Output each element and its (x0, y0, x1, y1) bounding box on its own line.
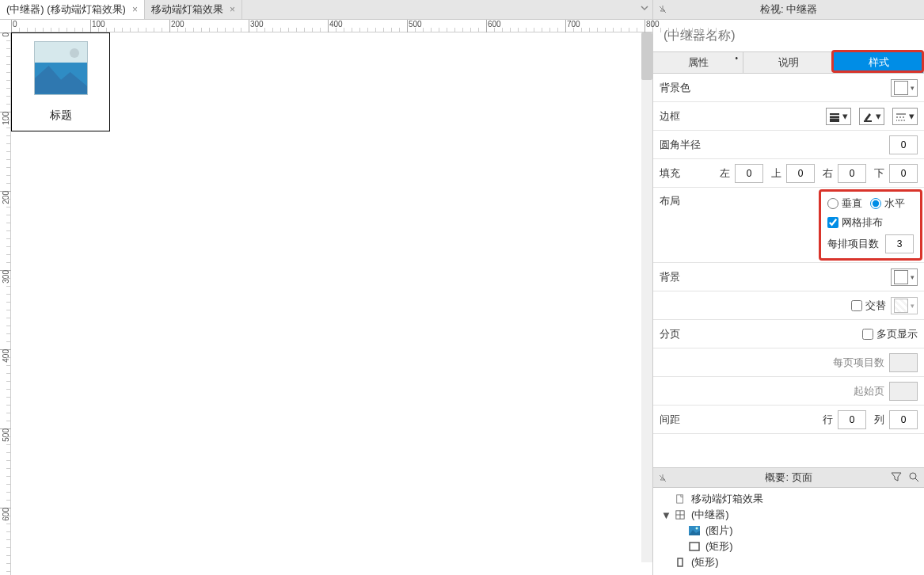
radius-input[interactable] (889, 135, 918, 154)
svg-point-8 (910, 473, 916, 479)
pad-top-input[interactable] (786, 164, 815, 183)
svg-rect-18 (678, 558, 683, 566)
ruler-horizontal: 0100200300400500600700800 (11, 20, 652, 32)
inspector-tabs: 属性 • 说明 样式 (653, 51, 924, 74)
grid-icon (674, 509, 686, 520)
outline-item-label: 移动端灯箱效果 (691, 492, 763, 506)
outline-item[interactable]: ▼(中继器) (658, 507, 919, 523)
page-icon (674, 493, 686, 505)
row-spacing-label: 行 (823, 413, 833, 427)
border-style-dropdown[interactable]: ▾ (892, 108, 918, 125)
image-placeholder-icon (34, 41, 88, 95)
layout-grid-checkbox[interactable]: 网格排布 (827, 215, 883, 230)
outline-item-label: (矩形) (691, 555, 719, 569)
document-tab-active[interactable]: (中继器) (移动端灯箱效果) × (0, 0, 145, 19)
tab-label: 移动端灯箱效果 (151, 2, 223, 17)
tab-label: (中继器) (移动端灯箱效果) (6, 2, 126, 17)
tab-label: 样式 (869, 55, 889, 70)
radio-label: 水平 (884, 196, 905, 211)
bgcolor-label: 背景色 (660, 81, 707, 95)
svg-rect-10 (677, 495, 683, 503)
svg-point-15 (696, 527, 698, 530)
rect-icon (688, 541, 701, 552)
inspector-header: 检视: 中继器 (653, 0, 924, 20)
outline-item-label: (中继器) (691, 508, 729, 522)
pad-right-input[interactable] (838, 164, 866, 183)
design-canvas[interactable]: 标题 (11, 32, 652, 575)
tabs-overflow-icon[interactable] (640, 3, 649, 13)
document-tabs-bar: (中继器) (移动端灯箱效果) × 移动端灯箱效果 × (0, 0, 652, 20)
checkbox-label: 网格排布 (842, 215, 883, 230)
bg-label: 背景 (660, 270, 707, 284)
outline-item[interactable]: (矩形) (658, 554, 919, 570)
tab-notes[interactable]: 说明 (743, 52, 834, 73)
image-icon (688, 525, 701, 536)
pad-bottom-input[interactable] (889, 164, 918, 183)
document-tab[interactable]: 移动端灯箱效果 × (145, 0, 242, 19)
filter-icon[interactable] (891, 471, 902, 485)
col-spacing-label: 列 (874, 413, 884, 427)
border-color-dropdown[interactable]: ▾ (859, 108, 884, 125)
row-spacing-input[interactable] (838, 410, 866, 429)
widget-name-input[interactable] (658, 25, 919, 47)
col-spacing-input[interactable] (889, 410, 918, 429)
outline-item-label: (矩形) (705, 539, 733, 554)
layout-vertical-radio[interactable]: 垂直 (827, 196, 862, 211)
outline-header: 概要: 页面 (653, 467, 924, 488)
tab-label: 属性 (688, 55, 709, 70)
widget-title-text: 标题 (12, 109, 109, 123)
checkbox-label: 多页显示 (876, 327, 918, 341)
tab-properties[interactable]: 属性 • (653, 52, 743, 73)
ruler-vertical: 0100200300400500600 (0, 32, 11, 575)
outline-item[interactable]: (图片) (658, 523, 919, 539)
pad-left-input[interactable] (735, 164, 763, 183)
alt-checkbox[interactable]: 交替 (851, 299, 886, 313)
multipage-checkbox[interactable]: 多页显示 (862, 327, 918, 341)
svg-line-9 (915, 478, 918, 482)
outline-title: 概要: 页面 (765, 470, 812, 485)
radio-label: 垂直 (842, 196, 862, 211)
bg-swatch-dropdown[interactable]: ▾ (891, 268, 918, 286)
svg-rect-4 (864, 120, 872, 122)
per-page-label: 每页项目数 (833, 356, 884, 370)
rect-thin-icon (674, 557, 686, 568)
outline-item[interactable]: (矩形) (658, 539, 919, 554)
items-per-row-input[interactable] (885, 234, 914, 253)
layout-horizontal-radio[interactable]: 水平 (870, 196, 905, 211)
pad-top-label: 上 (771, 166, 781, 181)
border-width-dropdown[interactable]: ▾ (826, 108, 851, 125)
spacing-label: 间距 (660, 413, 707, 427)
padding-label: 填充 (660, 166, 707, 181)
radius-label: 圆角半径 (660, 138, 707, 152)
tree-twisty-icon[interactable]: ▼ (661, 509, 669, 521)
bgcolor-swatch-dropdown[interactable]: ▾ (891, 79, 918, 97)
checkbox-label: 交替 (865, 299, 886, 313)
svg-marker-0 (35, 66, 87, 94)
svg-rect-17 (690, 543, 699, 550)
outline-item[interactable]: 移动端灯箱效果 (658, 491, 919, 507)
alt-swatch-dropdown[interactable]: ▾ (891, 297, 918, 314)
repeater-widget[interactable]: 标题 (11, 32, 110, 131)
close-icon[interactable]: × (132, 4, 138, 15)
paging-label: 分页 (660, 327, 707, 341)
pad-left-label: 左 (720, 166, 730, 181)
tab-label: 说明 (778, 55, 799, 70)
search-icon[interactable] (908, 471, 919, 485)
pin-icon[interactable] (658, 5, 667, 14)
inspector-title: 检视: 中继器 (760, 2, 817, 17)
outline-tree[interactable]: 移动端灯箱效果▼(中继器)(图片)(矩形)(矩形) (653, 488, 924, 575)
pad-right-label: 右 (823, 166, 833, 181)
per-page-input[interactable] (889, 353, 918, 372)
layout-label: 布局 (660, 195, 680, 207)
startpage-input[interactable] (889, 382, 918, 401)
close-icon[interactable]: × (230, 4, 235, 15)
outline-item-label: (图片) (705, 524, 733, 538)
pad-bottom-label: 下 (874, 166, 884, 181)
border-label: 边框 (660, 109, 707, 124)
pin-icon[interactable] (658, 474, 667, 483)
tab-style[interactable]: 样式 (834, 52, 924, 73)
startpage-label: 起始页 (854, 384, 884, 398)
canvas-scrollbar[interactable] (641, 32, 652, 562)
items-per-row-label: 每排项目数 (827, 237, 879, 251)
